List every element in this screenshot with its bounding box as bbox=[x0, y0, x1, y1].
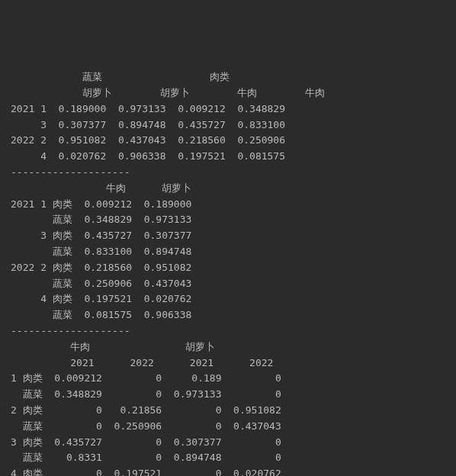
table3-row: 2 肉类 0 0.21856 0 0.951082 bbox=[11, 404, 281, 416]
table2-header: 牛肉 胡萝卜 bbox=[11, 182, 191, 194]
table3-row: 1 肉类 0.009212 0 0.189 0 bbox=[11, 372, 281, 384]
table3-row: 4 肉类 0 0.197521 0 0.020762 bbox=[11, 468, 281, 476]
table3-row: 蔬菜 0.348829 0 0.973133 0 bbox=[11, 388, 281, 400]
divider: -------------------- bbox=[11, 325, 130, 336]
table3-header2: 2021 2022 2021 2022 bbox=[11, 357, 273, 368]
table2-row: 蔬菜 0.081575 0.906338 bbox=[11, 309, 191, 320]
table1-row: 2021 1 0.189000 0.973133 0.009212 0.3488… bbox=[11, 103, 285, 114]
table3-header1: 牛肉 胡萝卜 bbox=[11, 341, 216, 352]
table1-header1: 蔬菜 肉类 bbox=[11, 71, 230, 82]
divider: -------------------- bbox=[11, 166, 130, 178]
table3-row: 蔬菜 0.8331 0 0.894748 0 bbox=[11, 452, 281, 463]
table3-row: 蔬菜 0 0.250906 0 0.437043 bbox=[11, 420, 281, 432]
table2-row: 蔬菜 0.250906 0.437043 bbox=[11, 278, 191, 289]
table2-row: 蔬菜 0.833100 0.894748 bbox=[11, 246, 191, 257]
console-output: 蔬菜 肉类 胡萝卜 胡萝卜 牛肉 牛肉 2021 1 0.189000 0.97… bbox=[11, 69, 445, 476]
table2-row: 2021 1 肉类 0.009212 0.189000 bbox=[11, 198, 191, 210]
table2-row: 2022 2 肉类 0.218560 0.951082 bbox=[11, 262, 191, 273]
table2-row: 3 肉类 0.435727 0.307377 bbox=[11, 230, 191, 241]
table2-row: 蔬菜 0.348829 0.973133 bbox=[11, 214, 191, 225]
table1-row: 2022 2 0.951082 0.437043 0.218560 0.2509… bbox=[11, 134, 285, 146]
table3-row: 3 肉类 0.435727 0 0.307377 0 bbox=[11, 436, 281, 448]
table1-header2: 胡萝卜 胡萝卜 牛肉 牛肉 bbox=[11, 87, 325, 98]
table1-row: 3 0.307377 0.894748 0.435727 0.833100 bbox=[11, 119, 285, 130]
table1-row: 4 0.020762 0.906338 0.197521 0.081575 bbox=[11, 150, 285, 162]
table2-row: 4 肉类 0.197521 0.020762 bbox=[11, 293, 191, 304]
